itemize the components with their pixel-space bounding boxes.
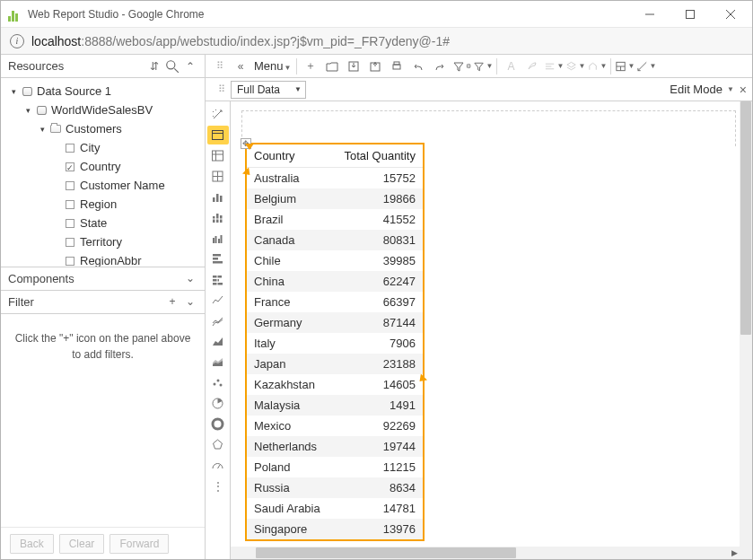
- data-table[interactable]: ✥ Country Total Quantity Australia15752B…: [245, 143, 425, 541]
- drop-zone-outline: [241, 110, 736, 146]
- expand-icon[interactable]: ⌄: [183, 271, 197, 285]
- save-icon[interactable]: [344, 57, 363, 76]
- close-button[interactable]: [710, 1, 750, 27]
- scatter-icon[interactable]: [207, 373, 229, 392]
- crosstab-icon[interactable]: [207, 146, 229, 165]
- tree-column[interactable]: Country: [4, 157, 205, 176]
- multi-line-icon[interactable]: [207, 311, 229, 330]
- filter-hint: Click the "+" icon on the panel above to…: [1, 314, 205, 528]
- stacked-bar-icon[interactable]: [207, 208, 229, 227]
- bar-chart-icon[interactable]: [207, 188, 229, 206]
- url-display[interactable]: localhost:8888/webos/app/webstudio/index…: [31, 34, 450, 48]
- table-row[interactable]: Brazil41552: [247, 209, 423, 230]
- hbar-icon[interactable]: [207, 249, 229, 268]
- tree-folder-customers[interactable]: ▾Customers: [4, 119, 205, 138]
- svg-rect-9: [394, 62, 399, 65]
- stacked-area-icon[interactable]: [207, 353, 229, 372]
- table-icon[interactable]: [207, 126, 229, 144]
- tree-column[interactable]: Region: [4, 195, 205, 214]
- ruler-icon[interactable]: ▼: [636, 57, 656, 76]
- column-header[interactable]: Total Quantity: [332, 144, 423, 168]
- clear-button[interactable]: Clear: [59, 534, 105, 554]
- table-row[interactable]: Belgium19866: [247, 188, 423, 209]
- resources-header[interactable]: Resources ⇵ ⌃: [1, 55, 205, 78]
- filter-header[interactable]: Filter + ⌄: [1, 291, 205, 314]
- maximize-button[interactable]: [670, 1, 710, 27]
- tree-column[interactable]: RegionAbbr: [4, 251, 205, 267]
- expand-icon[interactable]: ⌄: [183, 294, 197, 309]
- export-icon[interactable]: [365, 57, 385, 76]
- collapse-icon[interactable]: ⌃: [183, 59, 197, 74]
- more-icon[interactable]: ⋮: [207, 477, 229, 495]
- column-header[interactable]: Country: [247, 144, 332, 168]
- add-filter-icon[interactable]: +: [165, 294, 179, 309]
- table-row[interactable]: Netherlands19744: [247, 436, 423, 457]
- radar-icon[interactable]: [207, 435, 229, 454]
- data-mode-select[interactable]: Full Data: [231, 81, 306, 99]
- components-header[interactable]: Components ⌄: [1, 267, 205, 291]
- table-row[interactable]: Singapore13976: [247, 519, 423, 539]
- grid-icon[interactable]: [207, 167, 229, 186]
- gauge-icon[interactable]: [207, 456, 229, 475]
- print-icon[interactable]: [387, 57, 407, 76]
- back-button[interactable]: Back: [10, 534, 54, 554]
- search-icon[interactable]: [165, 59, 179, 74]
- line-chart-icon[interactable]: [207, 291, 229, 310]
- horizontal-scrollbar[interactable]: ▶: [231, 547, 740, 559]
- open-icon[interactable]: [322, 57, 342, 76]
- pie-icon[interactable]: [207, 394, 229, 413]
- site-info-icon[interactable]: i: [10, 34, 24, 48]
- menu-button[interactable]: Menu▼: [252, 59, 293, 73]
- layout-icon[interactable]: ▼: [615, 57, 635, 76]
- add-icon[interactable]: ＋: [301, 57, 320, 76]
- table-row[interactable]: Italy7906: [247, 333, 423, 354]
- minimize-button[interactable]: [629, 1, 670, 27]
- undo-icon[interactable]: [408, 57, 428, 76]
- filter-settings-icon[interactable]: ⚙: [451, 57, 471, 76]
- edit-mode-toggle[interactable]: Edit Mode▼: [670, 83, 733, 96]
- filter-icon[interactable]: ▼: [473, 57, 493, 76]
- table-row[interactable]: Canada80831: [247, 230, 423, 250]
- close-panel-icon[interactable]: ×: [740, 83, 747, 97]
- area-chart-icon[interactable]: [207, 332, 229, 351]
- tree-column[interactable]: Territory: [4, 232, 205, 251]
- tree-column[interactable]: State: [4, 214, 205, 232]
- svg-line-47: [218, 465, 221, 468]
- sort-icon[interactable]: ⇵: [147, 59, 162, 74]
- hstacked-icon[interactable]: [207, 270, 229, 289]
- table-row[interactable]: Mexico92269: [247, 416, 423, 436]
- table-row[interactable]: Russia8634: [247, 477, 423, 498]
- forward-button[interactable]: Forward: [109, 534, 169, 554]
- table-row[interactable]: Saudi Arabia14781: [247, 498, 423, 519]
- svg-rect-1: [686, 10, 694, 18]
- svg-rect-24: [213, 197, 215, 202]
- report-canvas[interactable]: ✥ Country Total Quantity Australia15752B…: [231, 101, 752, 559]
- table-row[interactable]: Malaysia1491: [247, 395, 423, 416]
- table-row[interactable]: Germany87144: [247, 312, 423, 333]
- tree-root[interactable]: ▾Data Source 1: [4, 82, 205, 101]
- table-row[interactable]: Australia15752: [247, 168, 423, 188]
- table-row[interactable]: Kazakhstan14605: [247, 374, 423, 395]
- tree-column[interactable]: City: [4, 138, 205, 157]
- tree-datasource[interactable]: ▾WorldWideSalesBV: [4, 101, 205, 119]
- vertical-scrollbar[interactable]: [740, 101, 752, 547]
- table-row[interactable]: Poland11215: [247, 457, 423, 477]
- text-icon: A: [501, 57, 521, 76]
- grip-icon[interactable]: ⠿: [211, 80, 231, 100]
- table-row[interactable]: Japan23188: [247, 354, 423, 374]
- svg-rect-25: [216, 194, 219, 202]
- svg-line-5: [174, 68, 179, 73]
- grip-icon[interactable]: ⠿: [209, 57, 229, 76]
- table-row[interactable]: Chile39985: [247, 250, 423, 271]
- table-row[interactable]: France66397: [247, 292, 423, 312]
- redo-icon[interactable]: [430, 57, 450, 76]
- svg-point-46: [213, 419, 223, 429]
- collapse-left-icon[interactable]: «: [231, 57, 250, 76]
- donut-icon[interactable]: [207, 415, 229, 433]
- tree-column[interactable]: Customer Name: [4, 176, 205, 195]
- wand-icon[interactable]: [207, 105, 229, 124]
- table-row[interactable]: China62247: [247, 271, 423, 292]
- window-title: Web Report Studio - Google Chrome: [28, 8, 629, 21]
- grouped-bar-icon[interactable]: [207, 229, 229, 248]
- svg-point-42: [214, 383, 216, 386]
